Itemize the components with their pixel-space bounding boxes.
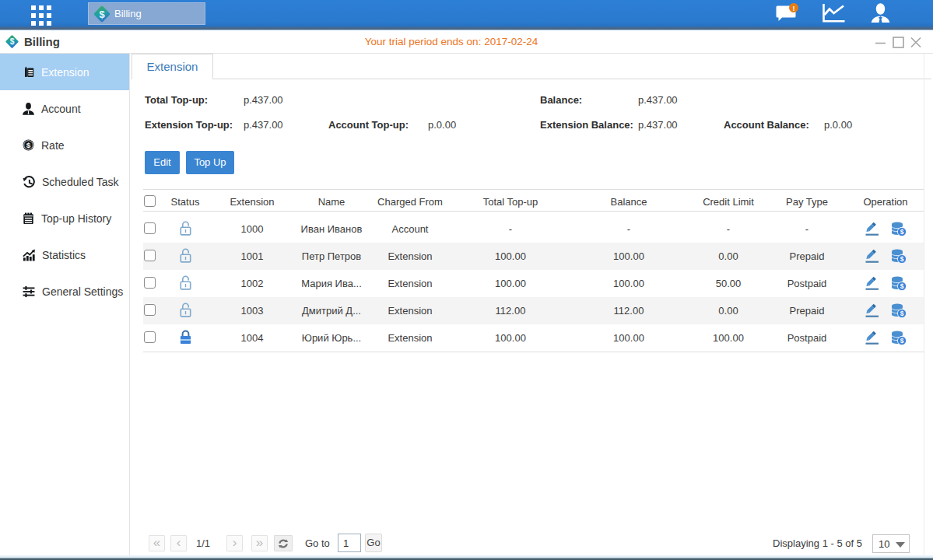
svg-text:$: $ <box>900 310 904 317</box>
svg-text:$: $ <box>900 255 904 263</box>
svg-text:!: ! <box>793 5 795 12</box>
svg-text:$: $ <box>99 8 104 19</box>
svg-text:$: $ <box>900 282 904 290</box>
svg-text:$: $ <box>900 228 904 236</box>
svg-text:$: $ <box>26 141 31 149</box>
svg-text:$: $ <box>900 337 904 345</box>
